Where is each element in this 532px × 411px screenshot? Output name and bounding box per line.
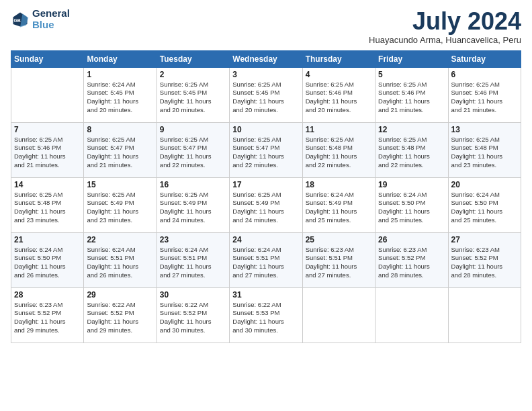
calendar-cell: 23Sunrise: 6:24 AM Sunset: 5:51 PM Dayli… — [157, 232, 229, 287]
day-number: 3 — [232, 70, 299, 79]
day-info: Sunrise: 6:24 AM Sunset: 5:51 PM Dayligh… — [87, 246, 153, 280]
day-info: Sunrise: 6:24 AM Sunset: 5:45 PM Dayligh… — [87, 81, 153, 115]
calendar-header: Sunday Monday Tuesday Wednesday Thursday… — [11, 50, 521, 67]
location-subtitle: Huayacundo Arma, Huancavelica, Peru — [369, 35, 521, 45]
calendar-cell: 29Sunrise: 6:22 AM Sunset: 5:52 PM Dayli… — [84, 287, 157, 342]
calendar-cell: 25Sunrise: 6:23 AM Sunset: 5:51 PM Dayli… — [302, 232, 375, 287]
day-info: Sunrise: 6:25 AM Sunset: 5:48 PM Dayligh… — [14, 191, 81, 225]
day-info: Sunrise: 6:25 AM Sunset: 5:46 PM Dayligh… — [306, 81, 372, 115]
calendar-cell: 3Sunrise: 6:25 AM Sunset: 5:45 PM Daylig… — [230, 67, 302, 122]
day-info: Sunrise: 6:23 AM Sunset: 5:52 PM Dayligh… — [378, 246, 445, 280]
calendar-cell: 13Sunrise: 6:25 AM Sunset: 5:48 PM Dayli… — [448, 122, 521, 177]
day-info: Sunrise: 6:25 AM Sunset: 5:48 PM Dayligh… — [451, 136, 518, 170]
calendar-week-4: 21Sunrise: 6:24 AM Sunset: 5:50 PM Dayli… — [11, 232, 521, 287]
day-number: 4 — [306, 70, 372, 79]
day-number: 14 — [14, 180, 81, 189]
day-info: Sunrise: 6:25 AM Sunset: 5:49 PM Dayligh… — [87, 191, 153, 225]
day-number: 9 — [160, 125, 226, 134]
calendar-week-2: 7Sunrise: 6:25 AM Sunset: 5:46 PM Daylig… — [11, 122, 521, 177]
page: GB General Blue July 2024 Huayacundo Arm… — [0, 0, 532, 411]
title-block: July 2024 Huayacundo Arma, Huancavelica,… — [369, 8, 521, 45]
day-info: Sunrise: 6:22 AM Sunset: 5:53 PM Dayligh… — [232, 301, 299, 335]
day-info: Sunrise: 6:25 AM Sunset: 5:49 PM Dayligh… — [160, 191, 226, 225]
day-info: Sunrise: 6:25 AM Sunset: 5:48 PM Dayligh… — [306, 136, 372, 170]
day-info: Sunrise: 6:25 AM Sunset: 5:47 PM Dayligh… — [87, 136, 153, 170]
header: GB General Blue July 2024 Huayacundo Arm… — [11, 8, 521, 45]
day-number: 6 — [451, 70, 518, 79]
day-info: Sunrise: 6:25 AM Sunset: 5:46 PM Dayligh… — [451, 81, 518, 115]
calendar-cell: 30Sunrise: 6:22 AM Sunset: 5:52 PM Dayli… — [157, 287, 229, 342]
calendar-week-1: 1Sunrise: 6:24 AM Sunset: 5:45 PM Daylig… — [11, 67, 521, 122]
day-number: 20 — [451, 180, 518, 189]
calendar-cell: 21Sunrise: 6:24 AM Sunset: 5:50 PM Dayli… — [11, 232, 84, 287]
logo-text: General Blue — [32, 8, 70, 30]
day-number: 8 — [87, 125, 153, 134]
calendar-cell: 17Sunrise: 6:25 AM Sunset: 5:49 PM Dayli… — [230, 177, 302, 232]
col-monday: Monday — [84, 50, 157, 67]
day-number: 13 — [451, 125, 518, 134]
calendar-cell — [11, 67, 84, 122]
day-info: Sunrise: 6:25 AM Sunset: 5:47 PM Dayligh… — [160, 136, 226, 170]
day-number: 24 — [232, 235, 299, 244]
calendar-week-3: 14Sunrise: 6:25 AM Sunset: 5:48 PM Dayli… — [11, 177, 521, 232]
calendar-cell: 16Sunrise: 6:25 AM Sunset: 5:49 PM Dayli… — [157, 177, 229, 232]
day-info: Sunrise: 6:25 AM Sunset: 5:47 PM Dayligh… — [232, 136, 299, 170]
calendar-cell: 19Sunrise: 6:24 AM Sunset: 5:50 PM Dayli… — [375, 177, 448, 232]
day-number: 23 — [160, 235, 226, 244]
day-number: 19 — [378, 180, 445, 189]
day-number: 27 — [451, 235, 518, 244]
day-info: Sunrise: 6:24 AM Sunset: 5:51 PM Dayligh… — [160, 246, 226, 280]
day-number: 11 — [306, 125, 372, 134]
day-info: Sunrise: 6:25 AM Sunset: 5:49 PM Dayligh… — [232, 191, 299, 225]
calendar-cell: 14Sunrise: 6:25 AM Sunset: 5:48 PM Dayli… — [11, 177, 84, 232]
day-number: 1 — [87, 70, 153, 79]
day-number: 26 — [378, 235, 445, 244]
day-number: 22 — [87, 235, 153, 244]
calendar-cell: 11Sunrise: 6:25 AM Sunset: 5:48 PM Dayli… — [302, 122, 375, 177]
calendar-cell: 8Sunrise: 6:25 AM Sunset: 5:47 PM Daylig… — [84, 122, 157, 177]
day-info: Sunrise: 6:25 AM Sunset: 5:46 PM Dayligh… — [378, 81, 445, 115]
calendar-cell: 15Sunrise: 6:25 AM Sunset: 5:49 PM Dayli… — [84, 177, 157, 232]
calendar-cell: 22Sunrise: 6:24 AM Sunset: 5:51 PM Dayli… — [84, 232, 157, 287]
logo: GB General Blue — [11, 8, 70, 30]
calendar-cell: 1Sunrise: 6:24 AM Sunset: 5:45 PM Daylig… — [84, 67, 157, 122]
calendar-cell: 4Sunrise: 6:25 AM Sunset: 5:46 PM Daylig… — [302, 67, 375, 122]
calendar-cell: 31Sunrise: 6:22 AM Sunset: 5:53 PM Dayli… — [230, 287, 302, 342]
calendar-table: Sunday Monday Tuesday Wednesday Thursday… — [11, 50, 521, 343]
day-number: 29 — [87, 290, 153, 300]
calendar-cell — [448, 287, 521, 342]
month-title: July 2024 — [369, 8, 521, 35]
calendar-cell: 9Sunrise: 6:25 AM Sunset: 5:47 PM Daylig… — [157, 122, 229, 177]
day-info: Sunrise: 6:22 AM Sunset: 5:52 PM Dayligh… — [87, 301, 153, 335]
header-row: Sunday Monday Tuesday Wednesday Thursday… — [11, 50, 521, 67]
day-info: Sunrise: 6:25 AM Sunset: 5:45 PM Dayligh… — [160, 81, 226, 115]
logo-icon: GB — [11, 10, 30, 29]
col-wednesday: Wednesday — [230, 50, 302, 67]
calendar-cell — [375, 287, 448, 342]
day-number: 17 — [232, 180, 299, 189]
calendar-cell: 20Sunrise: 6:24 AM Sunset: 5:50 PM Dayli… — [448, 177, 521, 232]
day-info: Sunrise: 6:25 AM Sunset: 5:46 PM Dayligh… — [14, 136, 81, 170]
calendar-cell: 6Sunrise: 6:25 AM Sunset: 5:46 PM Daylig… — [448, 67, 521, 122]
day-info: Sunrise: 6:23 AM Sunset: 5:52 PM Dayligh… — [14, 301, 81, 335]
day-info: Sunrise: 6:25 AM Sunset: 5:48 PM Dayligh… — [378, 136, 445, 170]
day-number: 2 — [160, 70, 226, 79]
day-info: Sunrise: 6:25 AM Sunset: 5:45 PM Dayligh… — [232, 81, 299, 115]
calendar-cell: 10Sunrise: 6:25 AM Sunset: 5:47 PM Dayli… — [230, 122, 302, 177]
day-info: Sunrise: 6:24 AM Sunset: 5:50 PM Dayligh… — [14, 246, 81, 280]
calendar-week-5: 28Sunrise: 6:23 AM Sunset: 5:52 PM Dayli… — [11, 287, 521, 342]
calendar-cell: 28Sunrise: 6:23 AM Sunset: 5:52 PM Dayli… — [11, 287, 84, 342]
day-number: 5 — [378, 70, 445, 79]
day-info: Sunrise: 6:24 AM Sunset: 5:50 PM Dayligh… — [378, 191, 445, 225]
calendar-cell: 2Sunrise: 6:25 AM Sunset: 5:45 PM Daylig… — [157, 67, 229, 122]
calendar-cell: 12Sunrise: 6:25 AM Sunset: 5:48 PM Dayli… — [375, 122, 448, 177]
calendar-cell: 24Sunrise: 6:24 AM Sunset: 5:51 PM Dayli… — [230, 232, 302, 287]
col-tuesday: Tuesday — [157, 50, 229, 67]
svg-text:GB: GB — [13, 17, 21, 22]
day-number: 21 — [14, 235, 81, 244]
day-number: 12 — [378, 125, 445, 134]
day-info: Sunrise: 6:23 AM Sunset: 5:51 PM Dayligh… — [306, 246, 372, 280]
day-number: 31 — [232, 290, 299, 300]
col-sunday: Sunday — [11, 50, 84, 67]
calendar-cell: 7Sunrise: 6:25 AM Sunset: 5:46 PM Daylig… — [11, 122, 84, 177]
